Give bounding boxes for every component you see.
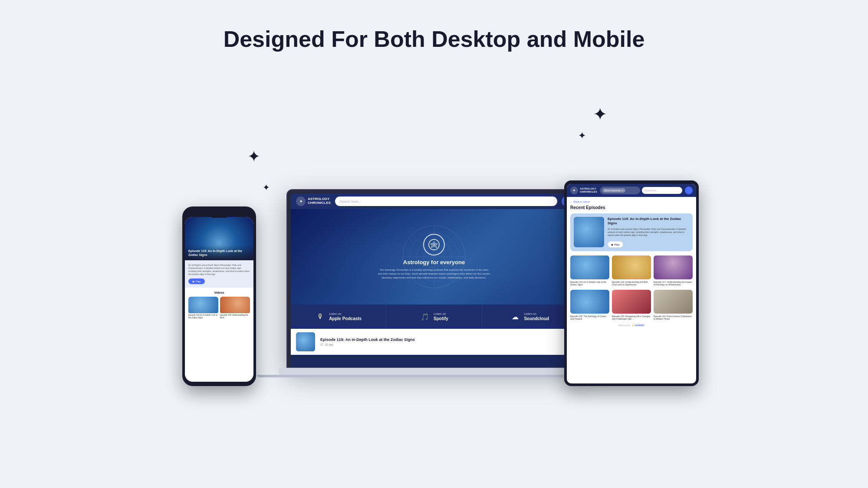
powered-brand: ⚡ LEAPING [631, 324, 644, 327]
page-title: Designed For Both Desktop and Mobile [224, 26, 645, 52]
tablet-recent-tag: Recent Episodes ✕ [602, 188, 625, 193]
tablet-grid-item-117[interactable]: Episode 117: Understanding the Impact of… [654, 255, 693, 286]
tablet-featured-title: Episode 119: An In-Depth Look at the Zod… [608, 217, 689, 226]
tablet-search-placeholder: Search here... [644, 189, 658, 192]
powered-by: Powered by ⚡ LEAPING [570, 324, 693, 327]
phone-videos-grid: Episode 119: An In-Depth Look at the Zod… [188, 297, 250, 321]
search-placeholder: Search here... [339, 200, 361, 203]
tablet-logo-text: ASTROLOGYCHRONICLES [580, 187, 597, 193]
star-decoration-1: ✦ [247, 147, 260, 166]
tablet-recent-filter[interactable]: Recent Episodes ✕ [600, 187, 640, 194]
tablet-back-button[interactable]: ← Back to Home [570, 200, 693, 203]
tablet-grid-label-114: Episode 114: From Ancient Civilizations … [654, 315, 693, 321]
phone-episode-title: Episode 119: An In-Depth Look at the Zod… [188, 249, 250, 257]
episode-title: Episode 119: An In-Depth Look at the Zod… [320, 337, 572, 342]
phone-videos-section: Videos Episode 119: An In-Depth Look at … [185, 288, 253, 324]
phone-video-label-1: Episode 119: An In-Depth Look at the Zod… [188, 314, 218, 319]
phone-video-label-2: Episode 118: Understanding the Birth... [220, 314, 250, 319]
soundcloud-icon: ☁ [510, 311, 520, 322]
logo-icon: ✦ [296, 197, 306, 206]
tablet-logo-icon: ✦ [570, 187, 578, 194]
tablet-grid-item-119[interactable]: Episode 119: An In-Depth Look at the Zod… [570, 255, 609, 286]
phone-mockup: Episode 119: An In-Depth Look at the Zod… [182, 206, 256, 386]
phone-episode-desc: An In-Depth Look at Each Sign's Personal… [188, 264, 250, 276]
tablet-logo: ✦ ASTROLOGYCHRONICLES [570, 187, 597, 194]
tablet-grid-item-115[interactable]: Episode 115: Navigating Life's Changes a… [612, 290, 651, 321]
phone-episode-content: An In-Depth Look at Each Sign's Personal… [185, 260, 253, 288]
tablet-grid-item-116[interactable]: Episode 116: The Astrology of Career and… [570, 290, 609, 321]
phone-hero: Episode 119: An In-Depth Look at the Zod… [185, 217, 253, 260]
tablet-grid-row-1: Episode 119: An In-Depth Look at the Zod… [570, 255, 693, 286]
svg-point-9 [433, 243, 435, 246]
tablet-grid-label-115: Episode 115: Navigating Life's Changes a… [612, 315, 651, 321]
tablet-search-area: Recent Episodes ✕ Search here... [600, 187, 682, 194]
laptop-navbar: ✦ ASTROLOGYCHRONICLES Search here... ☰ [291, 193, 577, 209]
laptop-hero: Astrology for everyone The Astrology Chr… [291, 209, 577, 305]
hero-desc: The Astrology Chronicles is a weekly ast… [378, 268, 490, 280]
tablet-section-title: Recent Episodes [570, 205, 693, 210]
hero-title: Astrology for everyone [403, 259, 465, 265]
episode-info: Episode 119: An In-Depth Look at the Zod… [320, 337, 572, 346]
phone-video-item-1[interactable]: Episode 119: An In-Depth Look at the Zod… [188, 297, 218, 321]
tablet-content: ← Back to Home Recent Episodes Episode 1… [567, 197, 696, 330]
hero-logo-circle [423, 234, 445, 255]
tablet-navbar: ✦ ASTROLOGYCHRONICLES Recent Episodes ✕ … [567, 184, 696, 197]
apple-podcasts-text: Listen on Apple Podcasts [329, 312, 362, 321]
devices-showcase: ✦ ✦ ✦ ✦ ✦ ASTROLOGYCHRONICLES Search her… [195, 78, 673, 403]
phone-play-button[interactable]: ▶ Play [188, 278, 205, 284]
spotify-button[interactable]: 🎵 Listen on Spotify [386, 305, 482, 329]
tablet-featured-desc: An In-Depth Look at Each Sign's Personal… [608, 228, 689, 237]
episode-thumbnail [296, 332, 315, 351]
logo-text: ASTROLOGYCHRONICLES [308, 197, 331, 205]
tablet-play-button[interactable]: ▶ Play [608, 241, 623, 248]
tablet-featured-episode: Episode 119: An In-Depth Look at the Zod… [570, 213, 693, 251]
episode-time: ⏱ 15 sec [320, 343, 572, 346]
laptop-mockup: ✦ ASTROLOGYCHRONICLES Search here... ☰ [286, 189, 582, 377]
tablet-menu-button[interactable] [685, 187, 693, 194]
laptop-search-bar[interactable]: Search here... [335, 197, 557, 206]
tablet-search-input[interactable]: Search here... [642, 187, 682, 194]
tablet-grid-label-118: Episode 118: Understanding the Birth Cha… [612, 281, 651, 286]
laptop-logo: ✦ ASTROLOGYCHRONICLES [296, 197, 331, 206]
laptop-episode-bar: Episode 119: An In-Depth Look at the Zod… [291, 329, 577, 355]
tablet-grid-item-118[interactable]: Episode 118: Understanding the Birth Cha… [612, 255, 651, 286]
star-decoration-3: ✦ [593, 104, 608, 124]
spotify-text: Listen on Spotify [434, 312, 448, 321]
phone-videos-title: Videos [188, 291, 250, 294]
tablet-mockup: ✦ ASTROLOGYCHRONICLES Recent Episodes ✕ … [564, 180, 699, 386]
tablet-grid-item-114[interactable]: Episode 114: From Ancient Civilizations … [654, 290, 693, 321]
tablet-grid-label-119: Episode 119: An In-Depth Look at the Zod… [570, 281, 609, 286]
tablet-featured-info: Episode 119: An In-Depth Look at the Zod… [608, 217, 689, 248]
phone-video-item-2[interactable]: Episode 118: Understanding the Birth... [220, 297, 250, 321]
apple-podcasts-icon: 🎙 [315, 311, 326, 322]
phone-notch [208, 211, 230, 218]
tablet-grid-label-116: Episode 116: The Astrology of Career and… [570, 315, 609, 321]
tablet-grid-row-2: Episode 116: The Astrology of Career and… [570, 290, 693, 321]
star-decoration-2: ✦ [263, 182, 270, 193]
spotify-icon: 🎵 [420, 311, 430, 322]
tablet-grid-label-117: Episode 117: Understanding the Impact of… [654, 281, 693, 286]
star-decoration-4: ✦ [578, 130, 586, 141]
tablet-featured-thumb [574, 217, 604, 247]
apple-podcasts-button[interactable]: 🎙 Listen on Apple Podcasts [291, 305, 386, 329]
platform-bar: 🎙 Listen on Apple Podcasts 🎵 Listen on S… [291, 305, 577, 329]
soundcloud-button[interactable]: ☁ Listen on Soundcloud [482, 305, 577, 329]
soundcloud-text: Listen on Soundcloud [524, 312, 549, 321]
